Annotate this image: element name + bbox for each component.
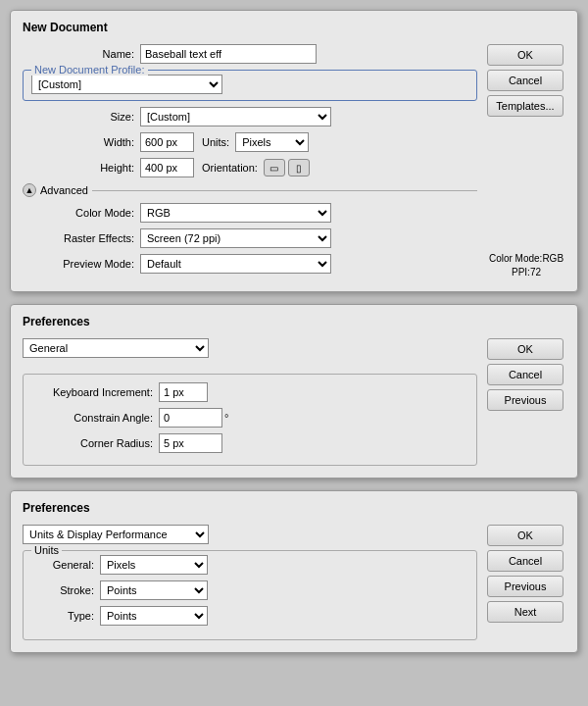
- dialog1-buttons: OK Cancel Templates... Color Mode:RGB PP…: [487, 44, 565, 279]
- constrain-input[interactable]: [159, 408, 222, 428]
- orientation-label: Orientation:: [202, 162, 258, 174]
- constrain-label: Constrain Angle:: [31, 412, 159, 424]
- color-mode-info-line1: Color Mode:RGB: [487, 252, 565, 266]
- dialog2-title: Preferences: [23, 315, 565, 328]
- advanced-label: Advanced: [40, 184, 88, 196]
- cancel-button[interactable]: Cancel: [487, 364, 564, 385]
- type-label: Type:: [31, 610, 100, 622]
- portrait-button[interactable]: ▭: [264, 159, 285, 176]
- color-mode-label: Color Mode:: [23, 207, 140, 219]
- degree-symbol: °: [224, 412, 228, 424]
- raster-select[interactable]: Screen (72 ppi): [140, 228, 331, 248]
- raster-label: Raster Effects:: [23, 232, 140, 244]
- height-input[interactable]: [140, 158, 194, 177]
- height-label: Height:: [23, 162, 140, 174]
- stroke-label: Stroke:: [31, 584, 100, 596]
- general-units-label: General:: [31, 559, 100, 571]
- width-input[interactable]: [140, 132, 194, 152]
- orientation-buttons: ▭ ▯: [264, 159, 310, 176]
- dialog2-buttons: OK Cancel Previous: [487, 338, 565, 466]
- advanced-divider: [92, 190, 477, 191]
- keyboard-input[interactable]: [159, 382, 208, 402]
- ok-button[interactable]: OK: [487, 338, 564, 360]
- landscape-button[interactable]: ▯: [288, 159, 310, 176]
- stroke-units-select[interactable]: Points: [100, 580, 208, 600]
- general-settings-group: Keyboard Increment: Constrain Angle: ° C…: [23, 374, 477, 466]
- general-units-select[interactable]: Pixels: [100, 555, 208, 575]
- profile-group-label: New Document Profile:: [31, 64, 148, 76]
- units-section-label: Units: [31, 544, 62, 556]
- preview-label: Preview Mode:: [23, 258, 140, 270]
- dialog3-buttons: OK Cancel Previous Next: [487, 525, 565, 640]
- color-mode-info-line2: PPI:72: [487, 266, 565, 279]
- cancel-button[interactable]: Cancel: [487, 70, 564, 91]
- color-mode-info: Color Mode:RGB PPI:72: [487, 252, 565, 279]
- ok-button[interactable]: OK: [487, 525, 564, 546]
- previous-button[interactable]: Previous: [487, 389, 564, 411]
- new-document-dialog: New Document Name: New Document Profile:…: [10, 10, 578, 292]
- next-button[interactable]: Next: [487, 601, 564, 623]
- units-label: Units:: [202, 136, 229, 148]
- units-section: Units General: Pixels Stroke: Points: [23, 550, 477, 640]
- preferences-general-dialog: Preferences General Keyboard Increment: …: [10, 304, 578, 479]
- units-select[interactable]: Pixels: [235, 132, 309, 152]
- corner-label: Corner Radius:: [31, 437, 159, 449]
- previous-button[interactable]: Previous: [487, 576, 564, 597]
- color-mode-select[interactable]: RGB: [140, 203, 331, 223]
- dialog3-title: Preferences: [23, 501, 565, 515]
- size-label: Size:: [23, 111, 140, 123]
- width-label: Width:: [23, 136, 140, 148]
- profile-select[interactable]: [Custom]: [31, 75, 222, 94]
- corner-input[interactable]: [159, 433, 222, 453]
- dialog1-title: New Document: [23, 21, 565, 34]
- category-select[interactable]: General: [23, 338, 209, 358]
- name-label: Name:: [23, 48, 140, 60]
- preview-select[interactable]: Default: [140, 254, 331, 274]
- size-select[interactable]: [Custom]: [140, 107, 331, 126]
- ok-button[interactable]: OK: [487, 44, 564, 66]
- advanced-header[interactable]: ▲ Advanced: [23, 183, 477, 197]
- category-units-select[interactable]: Units & Display Performance: [23, 525, 209, 544]
- name-input[interactable]: [140, 44, 317, 64]
- templates-button[interactable]: Templates...: [487, 95, 564, 117]
- profile-group: New Document Profile: [Custom]: [23, 70, 477, 101]
- advanced-arrow-icon: ▲: [23, 183, 36, 197]
- keyboard-label: Keyboard Increment:: [31, 386, 159, 398]
- cancel-button[interactable]: Cancel: [487, 550, 564, 572]
- preferences-units-dialog: Preferences Units & Display Performance …: [10, 490, 578, 653]
- type-units-select[interactable]: Points: [100, 606, 208, 626]
